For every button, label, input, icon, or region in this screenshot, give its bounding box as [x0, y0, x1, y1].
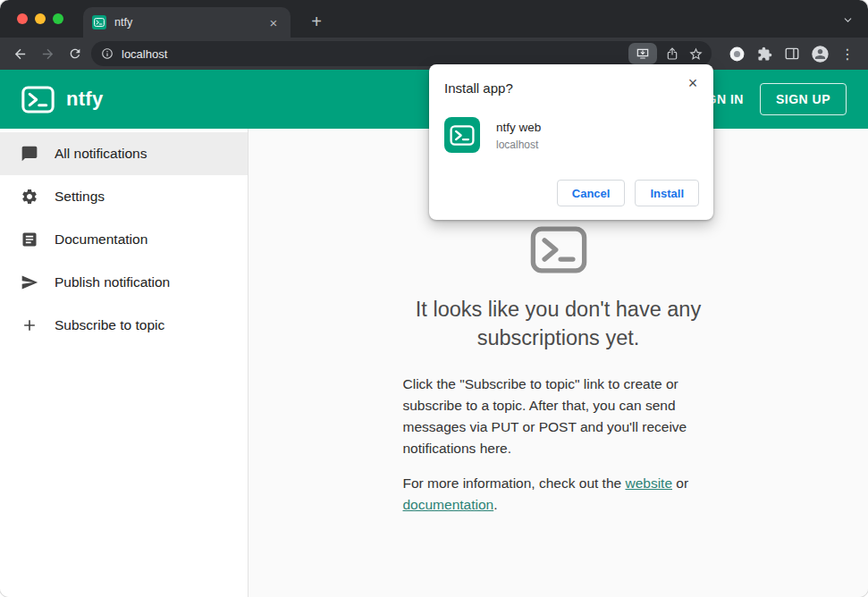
traffic-lights: [17, 13, 63, 24]
empty-state-paragraph: Click the "Subscribe to topic" link to c…: [403, 374, 714, 459]
more-prefix: For more information, check out the: [403, 475, 626, 491]
cancel-button[interactable]: Cancel: [557, 180, 626, 206]
browser-menu-icon[interactable]: ⋮: [835, 41, 860, 66]
send-icon: [21, 273, 38, 291]
sidebar-item-label: All notifications: [55, 146, 147, 162]
new-tab-button[interactable]: +: [305, 10, 328, 33]
plus-icon: [21, 316, 38, 334]
app-brand: ntfy: [66, 88, 104, 111]
install-button[interactable]: Install: [635, 180, 699, 206]
book-icon: [21, 231, 38, 248]
close-window-button[interactable]: [17, 13, 28, 24]
address-bar[interactable]: localhost: [91, 41, 712, 66]
more-suffix: .: [493, 497, 497, 512]
site-info-icon[interactable]: [101, 47, 114, 60]
empty-subscriptions-panel: It looks like you don't have any subscri…: [403, 226, 714, 516]
profile-avatar-icon[interactable]: [807, 41, 832, 66]
bookmark-star-icon[interactable]: [684, 42, 707, 65]
extension-icon[interactable]: [724, 41, 749, 66]
sidebar-item-documentation[interactable]: Documentation: [0, 218, 248, 261]
dialog-app-name: ntfy web: [496, 121, 541, 134]
website-link[interactable]: website: [625, 475, 672, 491]
ntfy-logo-icon: [21, 86, 55, 114]
ntfy-logo-icon: [530, 226, 587, 273]
share-icon[interactable]: [661, 42, 684, 65]
install-app-icon[interactable]: [628, 43, 657, 64]
sidebar-item-subscribe-to-topic[interactable]: Subscribe to topic: [0, 304, 248, 347]
sidebar-item-settings[interactable]: Settings: [0, 175, 248, 218]
empty-state-heading: It looks like you don't have any subscri…: [381, 295, 737, 352]
browser-window: ntfy × + localhost: [0, 0, 868, 597]
sidebar-item-all-notifications[interactable]: All notifications: [0, 132, 248, 175]
sidebar-item-label: Settings: [55, 189, 105, 205]
zoom-window-button[interactable]: [53, 13, 63, 24]
back-icon[interactable]: [7, 41, 32, 66]
sidebar: All notifications Settings Documentation…: [0, 129, 249, 597]
sidebar-item-publish-notification[interactable]: Publish notification: [0, 261, 248, 304]
dialog-close-icon[interactable]: ×: [682, 72, 704, 94]
empty-state-more: For more information, check out the webs…: [403, 473, 714, 516]
sign-up-button[interactable]: SIGN UP: [760, 83, 847, 115]
extensions-puzzle-icon[interactable]: [752, 41, 777, 66]
side-panel-icon[interactable]: [780, 41, 805, 66]
documentation-link[interactable]: documentation: [403, 497, 494, 512]
reload-icon[interactable]: [63, 41, 88, 66]
address-text: localhost: [122, 47, 628, 61]
tab-close-icon[interactable]: ×: [265, 14, 282, 30]
dialog-app-origin: localhost: [496, 139, 538, 151]
tab-search-chevron-icon[interactable]: [842, 13, 854, 29]
sidebar-item-label: Subscribe to topic: [55, 317, 164, 333]
sidebar-item-label: Documentation: [55, 231, 147, 248]
ntfy-app-icon: [444, 117, 480, 153]
ntfy-favicon-icon: [92, 15, 106, 29]
browser-tabstrip: ntfy × +: [0, 0, 868, 38]
minimize-window-button[interactable]: [35, 13, 46, 24]
browser-tab[interactable]: ntfy ×: [83, 7, 291, 38]
sidebar-item-label: Publish notification: [55, 274, 170, 290]
dialog-title: Install app?: [444, 80, 513, 96]
more-conjunction: or: [672, 475, 688, 491]
install-app-dialog: Install app? × ntfy web localhost Cancel…: [429, 64, 713, 220]
chat-icon: [21, 145, 38, 163]
gear-icon: [21, 188, 38, 206]
tab-title: ntfy: [114, 16, 265, 29]
forward-icon[interactable]: [35, 41, 60, 66]
